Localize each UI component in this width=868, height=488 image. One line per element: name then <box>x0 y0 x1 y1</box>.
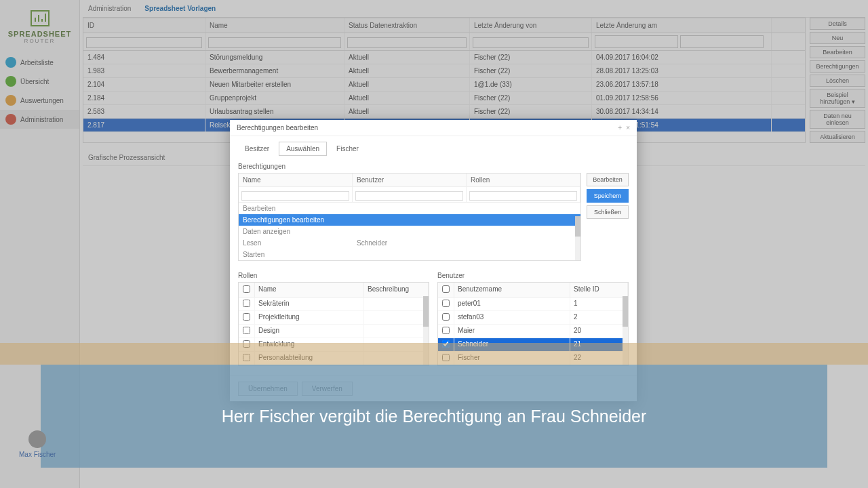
roles-col-desc[interactable]: Beschreibung <box>364 283 429 297</box>
users-scrollbar[interactable] <box>623 296 628 327</box>
role-row[interactable]: Sekräterin <box>239 298 429 311</box>
decorative-strip <box>0 343 868 365</box>
edit-button[interactable]: Bearbeiten <box>587 173 629 186</box>
tab-user[interactable]: Fischer <box>330 142 366 155</box>
caption-banner: Herr Fischer vergibt die Berechtigung an… <box>41 365 827 468</box>
role-checkbox[interactable] <box>243 300 250 307</box>
users-col-name[interactable]: Benutzername <box>454 283 570 297</box>
user-row[interactable]: stefan032 <box>438 311 628 325</box>
perm-filter-roles[interactable] <box>469 191 577 201</box>
perm-col-name[interactable]: Name <box>239 174 353 186</box>
modal-tabs: Besitzer Auswählen Fischer <box>238 142 629 156</box>
perm-grid: Name Benutzer Rollen BearbeitenBerechtig… <box>238 173 581 261</box>
caption-text: Herr Fischer vergibt die Berechtigung an… <box>222 407 647 426</box>
expand-icon[interactable]: + <box>618 124 622 131</box>
modal-title: Berechtigungen bearbeiten <box>237 124 318 131</box>
perm-row[interactable]: LesenSchneider <box>239 237 580 249</box>
role-row[interactable]: Design <box>239 325 429 338</box>
user-checkbox[interactable] <box>442 300 450 307</box>
tab-select[interactable]: Auswählen <box>279 142 327 156</box>
perm-row[interactable]: Berechtigungen bearbeiten <box>239 214 580 226</box>
users-label: Benutzer <box>437 272 629 279</box>
save-button[interactable]: Speichern <box>587 189 629 203</box>
users-select-all[interactable] <box>442 285 450 293</box>
perm-filter-name[interactable] <box>241 191 349 201</box>
user-row[interactable]: Maier20 <box>438 325 628 338</box>
perm-row[interactable]: Bearbeiten <box>239 203 580 214</box>
perm-col-user[interactable]: Benutzer <box>353 174 467 186</box>
user-checkbox[interactable] <box>442 313 450 321</box>
current-user[interactable]: Max Fischer <box>19 430 56 458</box>
role-checkbox[interactable] <box>243 313 250 321</box>
user-name: Max Fischer <box>19 451 56 458</box>
perm-label: Berechtigungen <box>238 163 629 170</box>
role-row[interactable]: Projektleitung <box>239 311 429 325</box>
perm-row[interactable]: Starten <box>239 249 580 260</box>
close-icon[interactable]: × <box>626 124 630 131</box>
perm-row[interactable]: Daten anzeigen <box>239 226 580 237</box>
perm-col-roles[interactable]: Rollen <box>467 174 580 186</box>
perm-scrollbar[interactable] <box>575 216 580 237</box>
tab-owner[interactable]: Besitzer <box>238 142 276 155</box>
roles-label: Rollen <box>238 272 429 279</box>
role-checkbox[interactable] <box>243 327 250 334</box>
roles-col-name[interactable]: Name <box>255 283 364 297</box>
perm-filter-user[interactable] <box>355 191 463 201</box>
users-col-id[interactable]: Stelle ID <box>570 283 628 297</box>
user-checkbox[interactable] <box>442 327 450 334</box>
avatar <box>28 430 46 448</box>
roles-scrollbar[interactable] <box>423 296 429 327</box>
roles-select-all[interactable] <box>243 285 250 293</box>
close-button[interactable]: Schließen <box>587 205 629 219</box>
user-row[interactable]: peter011 <box>438 298 628 311</box>
